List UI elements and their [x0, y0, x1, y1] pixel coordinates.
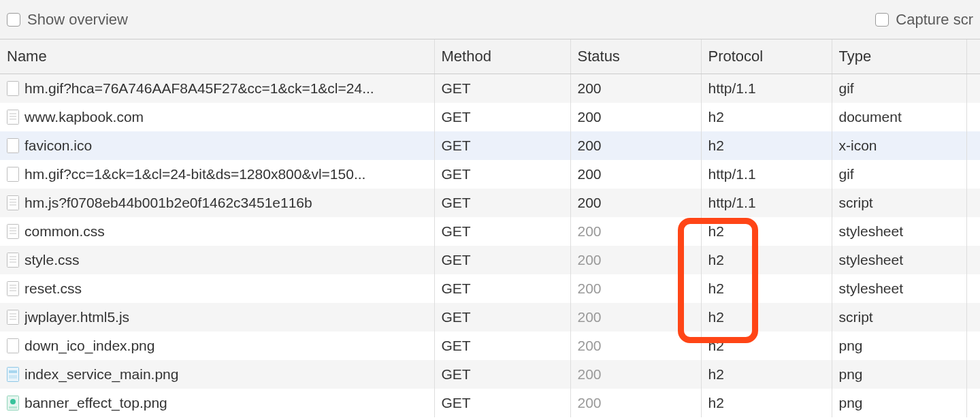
- svg-rect-33: [9, 406, 17, 408]
- request-name: favicon.ico: [24, 131, 92, 160]
- request-method: GET: [434, 74, 570, 103]
- request-name: down_ico_index.png: [24, 332, 154, 360]
- header-protocol[interactable]: Protocol: [701, 39, 832, 74]
- request-status: 200: [570, 389, 701, 417]
- table-row[interactable]: favicon.icoGET200h2x-icon: [0, 131, 980, 160]
- cell-more: [966, 332, 980, 360]
- show-overview-toggle[interactable]: Show overview: [7, 11, 128, 29]
- table-row[interactable]: index_service_main.pngGET200h2png: [0, 360, 980, 389]
- request-status: 200: [570, 189, 701, 217]
- cell-more: [966, 274, 980, 303]
- svg-rect-6: [7, 167, 19, 182]
- header-more[interactable]: [966, 39, 980, 74]
- request-status: 200: [570, 74, 701, 103]
- request-method: GET: [434, 131, 570, 160]
- request-protocol: h2: [701, 131, 832, 160]
- svg-rect-0: [7, 82, 19, 96]
- table-row[interactable]: style.cssGET200h2stylesheet: [0, 246, 980, 274]
- request-status: 200: [570, 131, 701, 160]
- request-protocol: h2: [701, 103, 832, 131]
- cell-more: [966, 74, 980, 103]
- request-status: 200: [570, 274, 701, 303]
- request-status: 200: [570, 332, 701, 360]
- request-method: GET: [434, 217, 570, 246]
- svg-rect-1: [7, 110, 19, 125]
- file-type-icon: [7, 138, 19, 153]
- file-type-icon: [7, 367, 19, 382]
- request-type: script: [832, 189, 966, 217]
- request-name: hm.js?f0708eb44b001b2e0f1462c3451e116b: [24, 189, 312, 217]
- svg-point-32: [10, 399, 16, 404]
- header-status[interactable]: Status: [570, 39, 701, 74]
- svg-rect-15: [7, 253, 19, 268]
- table-row[interactable]: jwplayer.html5.jsGET200h2script: [0, 303, 980, 332]
- table-row[interactable]: common.cssGET200h2stylesheet: [0, 217, 980, 246]
- file-type-icon: [7, 281, 19, 296]
- request-type: gif: [832, 160, 966, 189]
- svg-rect-19: [7, 282, 19, 296]
- cell-more: [966, 246, 980, 274]
- request-method: GET: [434, 274, 570, 303]
- svg-rect-30: [9, 375, 17, 379]
- file-type-icon: [7, 81, 19, 96]
- checkbox-icon[interactable]: [875, 13, 889, 27]
- request-protocol: http/1.1: [701, 189, 832, 217]
- request-type: png: [832, 360, 966, 389]
- request-type: x-icon: [832, 131, 966, 160]
- table-row[interactable]: reset.cssGET200h2stylesheet: [0, 274, 980, 303]
- cell-more: [966, 103, 980, 131]
- svg-rect-5: [7, 139, 19, 153]
- capture-screenshot-toggle[interactable]: Capture scr: [875, 11, 973, 29]
- request-status: 200: [570, 217, 701, 246]
- request-type: stylesheet: [832, 217, 966, 246]
- header-type[interactable]: Type: [832, 39, 966, 74]
- file-type-icon: [7, 338, 19, 353]
- request-status: 200: [570, 360, 701, 389]
- cell-more: [966, 131, 980, 160]
- request-method: GET: [434, 160, 570, 189]
- request-name: common.css: [24, 217, 105, 246]
- header-name[interactable]: Name: [0, 39, 434, 74]
- request-protocol: http/1.1: [701, 74, 832, 103]
- request-protocol: h2: [701, 360, 832, 389]
- request-name: index_service_main.png: [24, 360, 178, 389]
- svg-rect-29: [9, 370, 17, 373]
- request-status: 200: [570, 246, 701, 274]
- file-type-icon: [7, 396, 19, 411]
- request-type: stylesheet: [832, 274, 966, 303]
- request-name: style.css: [24, 246, 80, 274]
- request-protocol: h2: [701, 303, 832, 332]
- request-type: png: [832, 389, 966, 417]
- network-table: Name Method Status Protocol Type hm.gif?…: [0, 39, 980, 417]
- file-type-icon: [7, 195, 19, 210]
- request-method: GET: [434, 303, 570, 332]
- cell-more: [966, 160, 980, 189]
- table-row[interactable]: down_ico_index.pngGET200h2png: [0, 332, 980, 360]
- request-type: gif: [832, 74, 966, 103]
- table-row[interactable]: www.kapbook.comGET200h2document: [0, 103, 980, 131]
- svg-rect-23: [7, 310, 19, 325]
- request-protocol: h2: [701, 389, 832, 417]
- file-type-icon: [7, 167, 19, 182]
- request-method: GET: [434, 389, 570, 417]
- table-row[interactable]: hm.js?f0708eb44b001b2e0f1462c3451e116bGE…: [0, 189, 980, 217]
- cell-more: [966, 303, 980, 332]
- show-overview-label: Show overview: [27, 11, 128, 29]
- cell-more: [966, 189, 980, 217]
- file-type-icon: [7, 253, 19, 268]
- cell-more: [966, 217, 980, 246]
- request-method: GET: [434, 360, 570, 389]
- checkbox-icon[interactable]: [7, 13, 20, 27]
- request-status: 200: [570, 160, 701, 189]
- request-name: jwplayer.html5.js: [24, 303, 129, 332]
- request-type: document: [832, 103, 966, 131]
- table-row[interactable]: hm.gif?cc=1&ck=1&cl=24-bit&ds=1280x800&v…: [0, 160, 980, 189]
- request-protocol: h2: [701, 274, 832, 303]
- request-type: script: [832, 303, 966, 332]
- header-method[interactable]: Method: [434, 39, 570, 74]
- table-row[interactable]: hm.gif?hca=76A746AAF8A45F27&cc=1&ck=1&cl…: [0, 74, 980, 103]
- file-type-icon: [7, 310, 19, 325]
- table-row[interactable]: banner_effect_top.pngGET200h2png: [0, 389, 980, 417]
- request-name: hm.gif?cc=1&ck=1&cl=24-bit&ds=1280x800&v…: [24, 160, 365, 189]
- request-protocol: http/1.1: [701, 160, 832, 189]
